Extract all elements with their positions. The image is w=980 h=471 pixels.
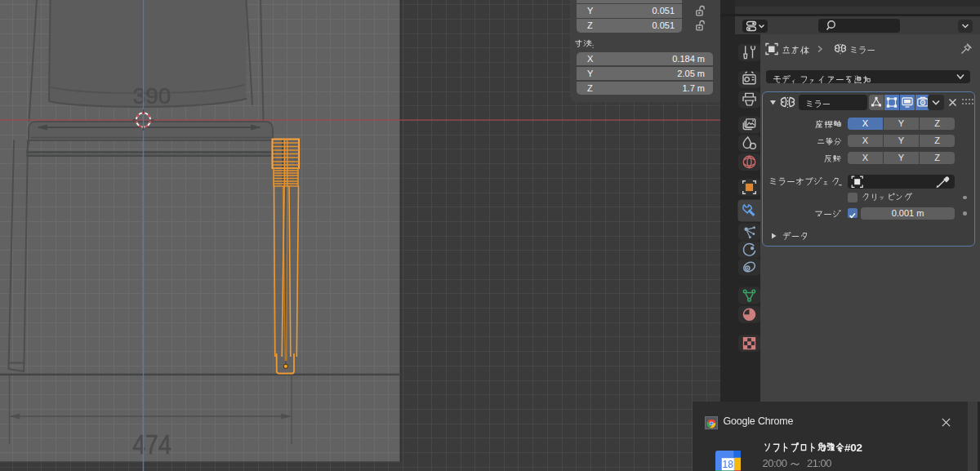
svg-text:390: 390 [133,83,172,109]
svg-text:474: 474 [132,429,172,460]
svg-text:18: 18 [722,459,733,470]
